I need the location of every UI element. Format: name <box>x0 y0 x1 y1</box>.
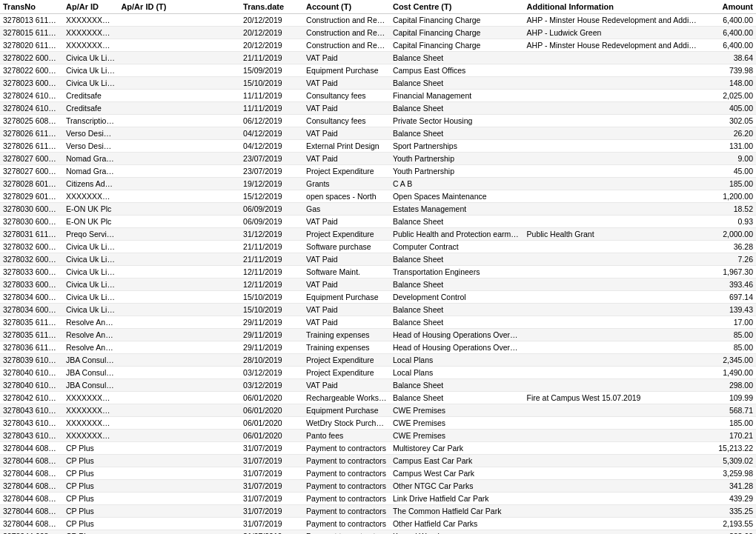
table-cell: 31/07/2019 <box>240 467 303 480</box>
table-row: 3278034 600704Civica Uk Limited15/10/201… <box>0 291 756 304</box>
table-cell <box>524 430 701 442</box>
table-cell: Head of Housing Operations Overhead <box>390 329 524 341</box>
table-cell <box>118 90 240 102</box>
table-cell: 323.69 <box>701 530 756 535</box>
table-cell <box>118 241 240 253</box>
table-row: 3278040 610012JBA Consulting Ltd03/12/20… <box>0 379 756 392</box>
table-cell <box>524 518 701 530</box>
table-cell <box>524 367 701 379</box>
table-row: 3278031 611773Preqo Services Ltd31/12/20… <box>0 228 756 241</box>
table-cell: XXXXXXXXXXXXXXXXXX <box>63 404 118 417</box>
header-ap-ar-id-t: Ap/Ar ID (T) <box>118 0 240 14</box>
header-cost-centre: Cost Centre (T) <box>390 0 524 14</box>
table-cell: 15/10/2019 <box>240 291 303 304</box>
table-cell <box>118 228 240 241</box>
table-cell: Payment to contractors <box>303 480 390 493</box>
table-cell: CP Plus <box>63 467 118 480</box>
table-cell: Balance Sheet <box>390 127 524 140</box>
table-cell: 11/11/2019 <box>240 102 303 115</box>
table-cell: Local Plans <box>390 354 524 367</box>
table-cell <box>118 392 240 404</box>
table-cell: 31/07/2019 <box>240 518 303 530</box>
table-cell: 6,400.00 <box>701 27 756 39</box>
table-cell <box>524 291 701 304</box>
table-cell <box>524 455 701 467</box>
table-cell: 3278043 610191 <box>0 404 63 417</box>
table-cell: 23/07/2019 <box>240 165 303 178</box>
table-cell: 29/11/2019 <box>240 341 303 354</box>
table-cell: 29/11/2019 <box>240 316 303 329</box>
table-cell: 139.43 <box>701 304 756 316</box>
header-trans-no: TransNo <box>0 0 63 14</box>
table-cell: 15/10/2019 <box>240 304 303 316</box>
table-cell: Youth Partnership <box>390 165 524 178</box>
table-cell: Fire at Campus West 15.07.2019 <box>524 392 701 404</box>
table-row: 3278044 608201CP Plus31/07/2019Payment t… <box>0 442 756 455</box>
table-cell: Equipment Purchase <box>303 64 390 77</box>
table-cell: Balance Sheet <box>390 253 524 266</box>
table-cell: 3278030 600060 <box>0 203 63 216</box>
table-cell: 109.99 <box>701 392 756 404</box>
table-cell: 298.00 <box>701 379 756 392</box>
table-cell: Campus East Offices <box>390 64 524 77</box>
table-row: 3278027 600014Nomad Graphique Ltd23/07/2… <box>0 165 756 178</box>
table-cell <box>118 316 240 329</box>
table-cell <box>118 417 240 430</box>
table-cell: Balance Sheet <box>390 392 524 404</box>
table-cell: CP Plus <box>63 480 118 493</box>
table-cell: Head of Housing Operations Overhead <box>390 341 524 354</box>
table-cell <box>524 90 701 102</box>
header-trans-date: Trans.date <box>240 0 303 14</box>
table-cell: XXXXXXXXXXXXXXXXXX <box>63 190 118 203</box>
table-cell: 31/12/2019 <box>240 228 303 241</box>
table-cell <box>118 115 240 127</box>
table-cell <box>524 442 701 455</box>
table-row: 3278030 600060E-ON UK Plc06/09/2019GasEs… <box>0 203 756 216</box>
table-cell: 3278044 608201 <box>0 530 63 535</box>
table-row: 3278027 600014Nomad Graphique Ltd23/07/2… <box>0 153 756 165</box>
table-cell: 31/07/2019 <box>240 530 303 535</box>
table-header-row: TransNo Ap/Ar ID Ap/Ar ID (T) Trans.date… <box>0 0 756 14</box>
table-cell: Public Health Grant <box>524 228 701 241</box>
table-cell: 2,193.55 <box>701 518 756 530</box>
table-cell: Financial Management <box>390 90 524 102</box>
table-cell: 7.26 <box>701 253 756 266</box>
table-cell: Capital Financing Charge <box>390 27 524 39</box>
table-cell <box>118 493 240 505</box>
main-container: TransNo Ap/Ar ID Ap/Ar ID (T) Trans.date… <box>0 0 756 534</box>
table-cell: XXXXXXXXXXXXXXXXXX <box>63 417 118 430</box>
table-cell: Kennel Wood <box>390 530 524 535</box>
table-cell <box>118 530 240 535</box>
table-cell: 20/12/2019 <box>240 14 303 27</box>
table-cell: 3278015 611823 <box>0 27 63 39</box>
table-cell: XXXXXXXXXXXXXXXXXXX <box>63 27 118 39</box>
table-cell: Project Expenditure <box>303 228 390 241</box>
table-cell: Civica Uk Limited <box>63 278 118 291</box>
table-cell: Computer Contract <box>390 241 524 253</box>
table-cell: 3278036 611598 <box>0 341 63 354</box>
table-cell: 45.00 <box>701 165 756 178</box>
table-cell <box>524 354 701 367</box>
table-cell: Other NTGC Car Parks <box>390 480 524 493</box>
table-cell: Citizens Advice Bureau <box>63 178 118 190</box>
header-add-info: Additional Information <box>524 0 701 14</box>
table-row: 3278036 611598Resolve Antisocial Behavio… <box>0 341 756 354</box>
table-cell <box>118 266 240 278</box>
table-cell: 3278026 611469 <box>0 127 63 140</box>
table-cell <box>524 165 701 178</box>
table-cell: 12/11/2019 <box>240 266 303 278</box>
table-cell: 3278029 601454 <box>0 190 63 203</box>
table-cell: CP Plus <box>63 530 118 535</box>
table-row: 3278044 608201CP Plus31/07/2019Payment t… <box>0 455 756 467</box>
table-cell: Consultancy fees <box>303 115 390 127</box>
transactions-table: TransNo Ap/Ar ID Ap/Ar ID (T) Trans.date… <box>0 0 756 534</box>
table-cell: VAT Paid <box>303 304 390 316</box>
table-cell <box>524 278 701 291</box>
table-cell: 3278028 601099 <box>0 178 63 190</box>
table-cell <box>118 442 240 455</box>
table-cell: 03/12/2019 <box>240 379 303 392</box>
table-cell: 0.93 <box>701 216 756 228</box>
table-cell <box>118 341 240 354</box>
table-cell: 3278042 610191 <box>0 392 63 404</box>
table-cell: Balance Sheet <box>390 304 524 316</box>
